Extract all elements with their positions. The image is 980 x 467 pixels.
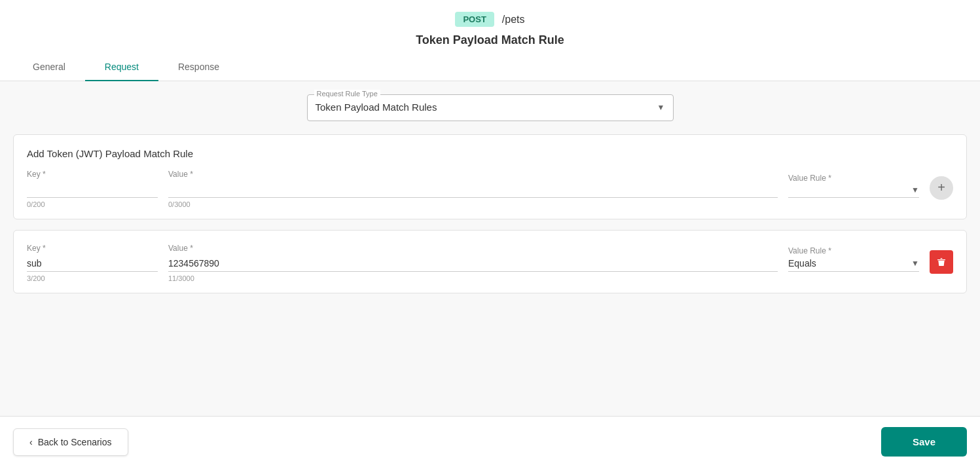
add-value-rule-spacer bbox=[788, 200, 919, 208]
existing-value-counter: 11/3000 bbox=[168, 274, 778, 282]
add-key-counter: 0/200 bbox=[27, 200, 158, 208]
footer: ‹ Back to Scenarios Save bbox=[0, 416, 980, 467]
rule-type-container: Request Rule Type Token Payload Match Ru… bbox=[13, 94, 967, 121]
rule-type-label: Request Rule Type bbox=[314, 90, 380, 98]
add-key-label: Key * bbox=[27, 170, 158, 179]
back-to-scenarios-button[interactable]: ‹ Back to Scenarios bbox=[13, 428, 128, 456]
delete-rule-button[interactable] bbox=[930, 250, 953, 274]
add-rule-card-title: Add Token (JWT) Payload Match Rule bbox=[27, 148, 953, 159]
rule-type-select-wrapper[interactable]: Request Rule Type Token Payload Match Ru… bbox=[307, 94, 674, 121]
method-badge: POST bbox=[455, 12, 494, 27]
plus-icon: + bbox=[937, 180, 945, 195]
endpoint-path: /pets bbox=[502, 14, 525, 26]
existing-value-rule-select[interactable]: Equals ▼ bbox=[788, 258, 919, 272]
add-value-rule-select[interactable]: ▼ bbox=[788, 185, 919, 198]
tab-request[interactable]: Request bbox=[85, 54, 158, 81]
existing-key-field-group: Key * 3/200 bbox=[27, 244, 158, 282]
add-value-counter: 0/3000 bbox=[168, 200, 778, 208]
add-value-label: Value * bbox=[168, 170, 778, 179]
add-rule-card: Add Token (JWT) Payload Match Rule Key *… bbox=[13, 134, 967, 219]
add-value-field-group: Value * 0/3000 bbox=[168, 170, 778, 208]
add-key-input[interactable] bbox=[27, 181, 158, 198]
trash-icon bbox=[936, 257, 947, 267]
existing-key-input[interactable] bbox=[27, 255, 158, 272]
add-value-input[interactable] bbox=[168, 181, 778, 198]
back-arrow-icon: ‹ bbox=[29, 437, 33, 447]
top-header: POST /pets bbox=[0, 0, 980, 33]
tab-general[interactable]: General bbox=[13, 54, 85, 81]
rule-type-select[interactable]: Token Payload Match Rules ▼ bbox=[316, 99, 665, 115]
existing-rule-fields: Key * 3/200 Value * 11/3000 Value Rule *… bbox=[27, 244, 953, 282]
tabs-bar: General Request Response bbox=[0, 54, 980, 81]
existing-value-rule-field-group: Value Rule * Equals ▼ bbox=[788, 246, 919, 282]
add-rule-fields: Key * 0/200 Value * 0/3000 Value Rule * … bbox=[27, 170, 953, 208]
existing-key-label: Key * bbox=[27, 244, 158, 253]
existing-rule-card: Key * 3/200 Value * 11/3000 Value Rule *… bbox=[13, 230, 967, 293]
existing-value-rule-spacer bbox=[788, 274, 919, 282]
add-rule-button[interactable]: + bbox=[930, 176, 953, 200]
existing-value-rule-value: Equals bbox=[788, 258, 911, 269]
tab-response[interactable]: Response bbox=[158, 54, 239, 81]
existing-value-field-group: Value * 11/3000 bbox=[168, 244, 778, 282]
existing-value-label: Value * bbox=[168, 244, 778, 253]
existing-value-input[interactable] bbox=[168, 255, 778, 272]
existing-key-counter: 3/200 bbox=[27, 274, 158, 282]
existing-value-rule-label: Value Rule * bbox=[788, 246, 919, 255]
add-key-field-group: Key * 0/200 bbox=[27, 170, 158, 208]
existing-value-rule-chevron-icon: ▼ bbox=[911, 259, 919, 268]
page-title: Token Payload Match Rule bbox=[0, 33, 980, 47]
save-button[interactable]: Save bbox=[881, 427, 967, 457]
main-content: Request Rule Type Token Payload Match Ru… bbox=[0, 81, 980, 416]
back-button-label: Back to Scenarios bbox=[38, 437, 112, 447]
add-value-rule-field-group: Value Rule * ▼ bbox=[788, 174, 919, 208]
add-value-rule-chevron-icon: ▼ bbox=[911, 185, 919, 195]
rule-type-value: Token Payload Match Rules bbox=[316, 102, 437, 113]
add-value-rule-label: Value Rule * bbox=[788, 174, 919, 183]
chevron-down-icon: ▼ bbox=[657, 103, 665, 112]
